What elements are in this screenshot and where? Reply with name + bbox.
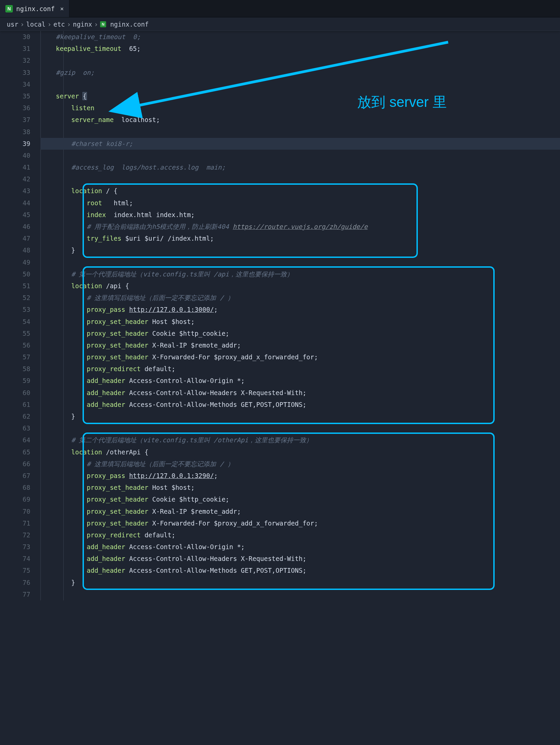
code-line[interactable]: # 这里填写后端地址（后面一定不要忘记添加 / ） xyxy=(40,292,560,304)
code-line[interactable]: add_header Access-Control-Allow-Headers … xyxy=(40,553,560,565)
line-number[interactable]: 36 xyxy=(0,102,30,114)
code-line[interactable]: # 第二个代理后端地址（vite.config.ts里叫 /otherApi，这… xyxy=(40,434,560,446)
code-line[interactable]: try_files $uri $uri/ /index.html; xyxy=(40,233,560,244)
breadcrumb-segment[interactable]: usr xyxy=(7,21,18,28)
line-number[interactable]: 57 xyxy=(0,351,30,363)
breadcrumb-segment[interactable]: nginx xyxy=(73,21,92,28)
line-number[interactable]: 75 xyxy=(0,565,30,576)
breadcrumb-file[interactable]: nginx.conf xyxy=(110,21,149,28)
code-line[interactable] xyxy=(40,150,560,161)
line-number[interactable]: 35 xyxy=(0,90,30,102)
line-number[interactable]: 67 xyxy=(0,470,30,482)
line-number[interactable]: 73 xyxy=(0,541,30,553)
code-line[interactable]: add_header Access-Control-Allow-Headers … xyxy=(40,387,560,399)
line-number[interactable]: 69 xyxy=(0,494,30,505)
line-number[interactable]: 38 xyxy=(0,126,30,138)
line-number[interactable]: 41 xyxy=(0,161,30,173)
code-line[interactable]: location /api { xyxy=(40,280,560,292)
line-number[interactable]: 44 xyxy=(0,197,30,209)
line-number[interactable]: 46 xyxy=(0,221,30,233)
code-line[interactable]: add_header Access-Control-Allow-Methods … xyxy=(40,399,560,411)
line-number[interactable]: 70 xyxy=(0,506,30,517)
line-number[interactable]: 72 xyxy=(0,529,30,541)
code-line[interactable]: listen 8080; xyxy=(40,102,560,114)
line-number[interactable]: 47 xyxy=(0,233,30,244)
line-number[interactable]: 42 xyxy=(0,173,30,185)
code-line[interactable] xyxy=(40,79,560,90)
line-number[interactable]: 53 xyxy=(0,304,30,316)
code-line[interactable]: root html; xyxy=(40,197,560,209)
code-line[interactable]: proxy_redirect default; xyxy=(40,529,560,541)
breadcrumb-segment[interactable]: etc xyxy=(53,21,65,28)
code-line[interactable]: # 这里填写后端地址（后面一定不要忘记添加 / ） xyxy=(40,458,560,470)
line-number[interactable]: 60 xyxy=(0,387,30,399)
line-number[interactable]: 59 xyxy=(0,375,30,387)
line-number[interactable]: 34 xyxy=(0,79,30,90)
code-line[interactable]: } xyxy=(40,244,560,256)
code-line[interactable]: add_header Access-Control-Allow-Methods … xyxy=(40,565,560,576)
breadcrumb-segment[interactable]: local xyxy=(26,21,45,28)
code-line[interactable]: proxy_set_header X-Real-IP $remote_addr; xyxy=(40,339,560,351)
code-line[interactable] xyxy=(40,126,560,138)
code-line[interactable]: location / { xyxy=(40,185,560,197)
code-line[interactable]: # 第一个代理后端地址（vite.config.ts里叫 /api，这里也要保持… xyxy=(40,268,560,280)
line-number[interactable]: 40 xyxy=(0,150,30,161)
code-line[interactable] xyxy=(40,422,560,434)
code-line[interactable]: #charset koi8-r; xyxy=(40,138,560,150)
line-number[interactable]: 32 xyxy=(0,55,30,66)
line-number[interactable]: 71 xyxy=(0,517,30,529)
code-line[interactable] xyxy=(40,589,560,600)
code-line[interactable]: server_name localhost; xyxy=(40,114,560,126)
line-number[interactable]: 33 xyxy=(0,67,30,79)
code-line[interactable]: proxy_pass http://127.0.0.1:3290/; xyxy=(40,470,560,482)
line-number[interactable]: 48 xyxy=(0,244,30,256)
line-number[interactable]: 62 xyxy=(0,411,30,422)
code-line[interactable]: add_header Access-Control-Allow-Origin *… xyxy=(40,541,560,553)
line-number[interactable]: 68 xyxy=(0,482,30,494)
code-line[interactable] xyxy=(40,173,560,185)
line-number[interactable]: 43 xyxy=(0,185,30,197)
code-line[interactable]: #access_log logs/host.access.log main; xyxy=(40,161,560,173)
line-number[interactable]: 52 xyxy=(0,292,30,304)
line-number[interactable]: 30 xyxy=(0,31,30,43)
line-number[interactable]: 74 xyxy=(0,553,30,565)
code-line[interactable]: proxy_set_header Host $host; xyxy=(40,482,560,494)
tab-active[interactable]: N nginx.conf × xyxy=(0,0,69,17)
code-line[interactable]: add_header Access-Control-Allow-Origin *… xyxy=(40,375,560,387)
line-number[interactable]: 37 xyxy=(0,114,30,126)
code-line[interactable]: location /otherApi { xyxy=(40,446,560,458)
breadcrumb[interactable]: usr › local › etc › nginx › Nnginx.conf xyxy=(0,18,560,31)
line-number[interactable]: 49 xyxy=(0,257,30,268)
code-line[interactable]: server { xyxy=(40,90,560,102)
line-number[interactable]: 39 xyxy=(0,138,30,150)
line-number[interactable]: 76 xyxy=(0,577,30,589)
line-number[interactable]: 55 xyxy=(0,328,30,339)
line-gutter[interactable]: 3031323334353637383940414243444546474849… xyxy=(0,31,40,600)
code-area[interactable]: #keepalive_timeout 0; keepalive_timeout … xyxy=(40,31,560,600)
close-icon[interactable]: × xyxy=(60,5,64,12)
line-number[interactable]: 50 xyxy=(0,268,30,280)
code-line[interactable]: proxy_set_header Cookie $http_cookie; xyxy=(40,494,560,505)
line-number[interactable]: 58 xyxy=(0,363,30,375)
code-line[interactable]: proxy_set_header Cookie $http_cookie; xyxy=(40,328,560,339)
line-number[interactable]: 65 xyxy=(0,446,30,458)
code-line[interactable]: proxy_set_header X-Forwarded-For $proxy_… xyxy=(40,351,560,363)
code-line[interactable]: keepalive_timeout 65; xyxy=(40,43,560,55)
line-number[interactable]: 77 xyxy=(0,589,30,600)
line-number[interactable]: 56 xyxy=(0,339,30,351)
editor[interactable]: 3031323334353637383940414243444546474849… xyxy=(0,31,560,600)
code-line[interactable]: proxy_set_header X-Real-IP $remote_addr; xyxy=(40,506,560,517)
code-line[interactable] xyxy=(40,257,560,268)
code-line[interactable]: index index.html index.htm; xyxy=(40,209,560,221)
code-line[interactable]: #gzip on; xyxy=(40,67,560,79)
code-line[interactable]: # 用于配合前端路由为h5模式使用，防止刷新404 https://router… xyxy=(40,221,560,233)
line-number[interactable]: 66 xyxy=(0,458,30,470)
code-line[interactable] xyxy=(40,55,560,66)
line-number[interactable]: 45 xyxy=(0,209,30,221)
code-line[interactable]: } xyxy=(40,577,560,589)
line-number[interactable]: 51 xyxy=(0,280,30,292)
code-line[interactable]: proxy_pass http://127.0.0.1:3000/; xyxy=(40,304,560,316)
code-line[interactable]: #keepalive_timeout 0; xyxy=(40,31,560,43)
code-line[interactable]: proxy_redirect default; xyxy=(40,363,560,375)
code-line[interactable]: } xyxy=(40,411,560,422)
